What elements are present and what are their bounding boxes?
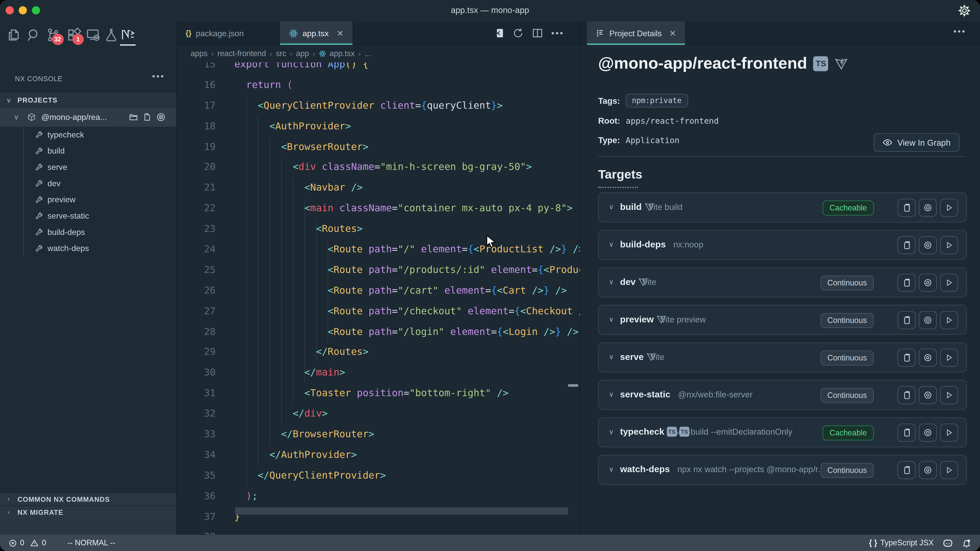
split-editor-icon[interactable]: [532, 27, 543, 39]
view-target-icon[interactable]: [919, 424, 937, 441]
copy-icon[interactable]: [897, 349, 916, 367]
code-line-20[interactable]: 20 <div className="min-h-screen bg-gray-…: [177, 157, 580, 178]
code-line-30[interactable]: 30 </main>: [177, 362, 580, 383]
breadcrumb-item-app-tsx[interactable]: app.tsx: [319, 49, 355, 58]
sidebar-target-serve-static[interactable]: serve-static: [0, 208, 177, 224]
copy-icon[interactable]: [897, 199, 916, 217]
problems-indicator[interactable]: 0 0: [9, 538, 46, 547]
chevron-down-icon[interactable]: ∨: [609, 465, 614, 473]
extensions-icon[interactable]: 1: [66, 27, 81, 43]
view-in-graph-button[interactable]: View In Graph: [873, 133, 959, 152]
chevron-down-icon[interactable]: ∨: [609, 391, 614, 399]
code-line-27[interactable]: 27 <Route path="/checkout" element={<Che…: [177, 301, 580, 322]
panel-more-icon[interactable]: •••: [953, 26, 966, 36]
copy-icon[interactable]: [897, 274, 916, 292]
code-line-28[interactable]: 28 <Route path="/login" element={<Login …: [177, 321, 580, 342]
chevron-down-icon[interactable]: ∨: [609, 316, 614, 324]
tab-project-details[interactable]: Project Details ✕: [587, 21, 685, 45]
editor-more-icon[interactable]: •••: [551, 27, 563, 39]
sidebar-target-preview[interactable]: preview: [0, 192, 177, 208]
breadcrumb-item-react-frontend[interactable]: react-frontend: [218, 49, 266, 58]
view-target-icon[interactable]: [919, 236, 937, 254]
code-line-36[interactable]: 36 );: [177, 486, 580, 507]
project-row[interactable]: ∨ @mono-app/rea...: [0, 108, 177, 127]
code-line-32[interactable]: 32 </div>: [177, 403, 580, 424]
horizontal-scrollbar[interactable]: [235, 507, 568, 515]
folder-icon[interactable]: [129, 113, 138, 122]
notifications-bell-icon[interactable]: [962, 538, 971, 548]
code-line-38[interactable]: 38: [177, 527, 580, 535]
search-icon[interactable]: [26, 27, 41, 43]
code-line-21[interactable]: 21 <Navbar />: [177, 178, 580, 198]
sidebar-more-icon[interactable]: •••: [152, 71, 165, 81]
code-editor[interactable]: 15export function App() {16 return (17 <…: [177, 62, 580, 535]
language-mode[interactable]: { } TypeScript JSX: [869, 538, 934, 547]
code-line-22[interactable]: 22 <main className="container mx-auto px…: [177, 198, 580, 219]
testing-icon[interactable]: [104, 27, 119, 43]
close-tab-icon[interactable]: ✕: [337, 28, 344, 38]
tab-package-json[interactable]: {} package.json: [177, 21, 252, 45]
chevron-down-icon[interactable]: ∨: [609, 278, 614, 286]
run-target-icon[interactable]: [940, 424, 958, 441]
code-line-34[interactable]: 34 </AuthProvider>: [177, 445, 580, 465]
breadcrumb-item-app[interactable]: app: [296, 49, 309, 58]
view-target-icon[interactable]: [919, 199, 937, 217]
view-target-icon[interactable]: [919, 349, 937, 367]
nx-console-icon[interactable]: [121, 27, 136, 43]
copy-icon[interactable]: [897, 386, 916, 404]
sidebar-target-build-deps[interactable]: build-deps: [0, 224, 177, 241]
explorer-icon[interactable]: [6, 27, 21, 43]
code-line-33[interactable]: 33 </BrowserRouter>: [177, 424, 580, 445]
run-target-icon[interactable]: [940, 386, 958, 404]
vim-mode-indicator[interactable]: -- NORMAL --: [67, 538, 115, 547]
copy-icon[interactable]: [897, 461, 916, 479]
chevron-down-icon[interactable]: ∨: [609, 203, 614, 211]
sidebar-target-serve[interactable]: serve: [0, 159, 177, 176]
view-target-icon[interactable]: [919, 386, 937, 404]
run-target-icon[interactable]: [940, 199, 958, 217]
horizontal-scrollbar-slider[interactable]: [235, 507, 568, 515]
code-line-24[interactable]: 24 <Route path="/" element={<ProductList…: [177, 239, 580, 260]
view-target-icon[interactable]: [919, 311, 937, 329]
code-line-15[interactable]: 15export function App() {: [177, 62, 580, 75]
open-changes-icon[interactable]: [493, 27, 504, 39]
breadcrumb-item--[interactable]: ...: [364, 49, 371, 58]
chevron-down-icon[interactable]: ∨: [609, 241, 614, 249]
run-target-icon[interactable]: [940, 274, 958, 292]
copilot-icon[interactable]: [942, 538, 953, 548]
sidebar-target-dev[interactable]: dev: [0, 176, 177, 192]
run-target-icon[interactable]: [940, 236, 958, 254]
run-target-icon[interactable]: [940, 311, 958, 329]
code-line-25[interactable]: 25 <Route path="/products/:id" element={…: [177, 260, 580, 281]
tab-app-tsx[interactable]: app.tsx ✕: [280, 21, 352, 45]
settings-gear-icon[interactable]: [958, 4, 970, 17]
code-line-26[interactable]: 26 <Route path="/cart" element={<Cart />…: [177, 280, 580, 301]
source-control-icon[interactable]: 32: [46, 27, 61, 43]
projects-section-header[interactable]: ∨ PROJECTS: [0, 92, 177, 108]
view-target-icon[interactable]: [919, 274, 937, 292]
code-line-29[interactable]: 29 </Routes>: [177, 342, 580, 363]
code-line-31[interactable]: 31 <Toaster position="bottom-right" />: [177, 383, 580, 404]
sidebar-target-watch-deps[interactable]: watch-deps: [0, 241, 177, 257]
code-line-17[interactable]: 17 <QueryClientProvider client={queryCli…: [177, 95, 580, 116]
run-target-icon[interactable]: [940, 349, 958, 367]
chevron-down-icon[interactable]: ∨: [609, 353, 614, 361]
target-icon[interactable]: [156, 113, 165, 122]
breadcrumb-item-src[interactable]: src: [276, 49, 286, 58]
remote-explorer-icon[interactable]: [86, 27, 101, 43]
breadcrumb-item-apps[interactable]: apps: [191, 49, 207, 58]
run-target-icon[interactable]: [940, 461, 958, 479]
code-line-19[interactable]: 19 <BrowserRouter>: [177, 137, 580, 157]
sidebar-section-common-nx-commands[interactable]: ›COMMON NX COMMANDS: [0, 492, 177, 505]
copy-icon[interactable]: [897, 236, 916, 254]
sidebar-target-typecheck[interactable]: typecheck: [0, 127, 177, 143]
open-config-icon[interactable]: [142, 113, 152, 122]
code-line-16[interactable]: 16 return (: [177, 75, 580, 96]
code-line-23[interactable]: 23 <Routes>: [177, 219, 580, 239]
code-line-35[interactable]: 35 </QueryClientProvider>: [177, 465, 580, 486]
chevron-down-icon[interactable]: ∨: [609, 428, 614, 436]
sidebar-section-nx-migrate[interactable]: ›NX MIGRATE: [0, 505, 177, 521]
refresh-icon[interactable]: [512, 27, 524, 39]
view-target-icon[interactable]: [919, 461, 937, 479]
code-line-18[interactable]: 18 <AuthProvider>: [177, 116, 580, 137]
